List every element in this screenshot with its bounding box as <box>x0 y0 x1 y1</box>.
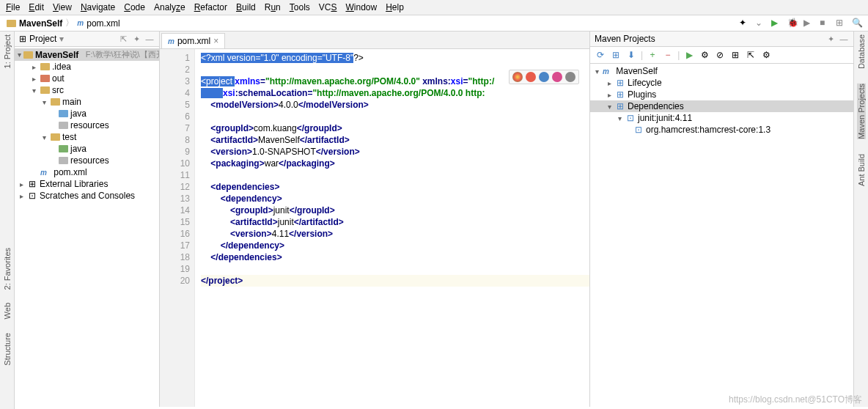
project-view-icon: ⊞ <box>19 34 26 44</box>
execute-icon[interactable]: ⚙ <box>699 49 710 61</box>
run-toolbar: ✦ ⌄ ▶ 🐞 ▶ ■ ⊞ 🔍 <box>739 18 864 29</box>
settings-icon[interactable]: ✦ <box>825 34 836 44</box>
tree-main-res[interactable]: resources <box>15 119 159 131</box>
tree-idea[interactable]: ▸.idea <box>15 61 159 73</box>
chrome-icon[interactable] <box>512 72 523 82</box>
code-editor[interactable]: 1234567891011121314151617181920 <?xml ve… <box>160 49 589 407</box>
maven-toolbar: ⟳ ⊞ ⬇ | + − | ▶ ⚙ ⊘ ⊞ ⇱ ⚙ <box>590 47 853 64</box>
download-icon[interactable]: ⬇ <box>625 49 637 61</box>
tree-root-label: MavenSelf <box>35 50 78 60</box>
tree-external-libs[interactable]: ▸⊞External Libraries <box>15 178 159 190</box>
menu-window[interactable]: Window <box>345 2 377 12</box>
maven-settings-icon[interactable]: ⚙ <box>760 49 772 61</box>
compass-icon[interactable]: ✦ <box>739 18 751 29</box>
settings-icon[interactable]: ✦ <box>131 34 141 44</box>
browser-preview-bar <box>509 70 579 84</box>
left-tab-structure[interactable]: Structure <box>3 333 12 366</box>
layout-icon[interactable]: ⊞ <box>836 18 847 29</box>
tree-label: Scratches and Consoles <box>40 191 135 201</box>
tree-label: java <box>70 144 87 154</box>
crumb-separator: 〉 <box>65 17 74 29</box>
menu-navigate[interactable]: Navigate <box>81 2 115 12</box>
menu-vcs[interactable]: VCS <box>319 2 337 12</box>
toggle-offline-icon[interactable]: ⊘ <box>714 49 726 61</box>
project-panel-title[interactable]: Project <box>29 34 56 44</box>
tree-label: .idea <box>52 62 71 72</box>
hide-icon[interactable]: — <box>144 34 155 44</box>
maven-root[interactable]: ▾m MavenSelf <box>590 65 853 77</box>
collapse-all-icon[interactable]: ⇱ <box>745 49 757 61</box>
editor-tabs: m pom.xml × <box>160 32 589 49</box>
search-icon[interactable]: 🔍 <box>852 18 864 29</box>
tree-label: pom.xml <box>54 167 87 177</box>
menu-code[interactable]: Code <box>124 2 145 12</box>
browser-icon[interactable] <box>539 72 549 82</box>
tree-out[interactable]: ▸out <box>15 73 159 84</box>
menu-help[interactable]: Help <box>386 2 404 12</box>
left-bottom-strip: 2: Favorites Web Structure <box>0 248 15 409</box>
project-view-dropdown[interactable]: ▾ <box>59 34 64 44</box>
crumb-project[interactable]: MavenSelf <box>19 18 62 29</box>
run-icon[interactable]: ▶ <box>771 18 783 29</box>
dropdown-icon[interactable]: ⌄ <box>755 18 767 29</box>
maven-lifecycle[interactable]: ▸⊞Lifecycle <box>590 77 853 89</box>
maven-tree[interactable]: ▾m MavenSelf ▸⊞Lifecycle ▸⊞Plugins ▾⊞Dep… <box>590 64 853 407</box>
line-gutter: 1234567891011121314151617181920 <box>160 49 195 407</box>
menu-edit[interactable]: Edit <box>29 2 44 12</box>
menu-file[interactable]: File <box>6 2 20 12</box>
close-icon[interactable]: × <box>213 36 218 46</box>
tree-src[interactable]: ▾src <box>15 84 159 96</box>
crumb-file[interactable]: pom.xml <box>87 18 119 29</box>
tree-root[interactable]: ▾MavenSelf F:\教学\狂神说\【西开Java】1932JN代码 <box>15 48 159 61</box>
left-tab-web[interactable]: Web <box>3 303 12 319</box>
maven-file-icon: m <box>168 37 174 45</box>
left-tab-project[interactable]: 1: Project <box>3 34 12 68</box>
menu-analyze[interactable]: Analyze <box>154 2 185 12</box>
coverage-icon[interactable]: ▶ <box>803 18 815 29</box>
right-tool-strip: Database Maven Projects Ant Build <box>853 32 868 407</box>
show-deps-icon[interactable]: ⊞ <box>729 49 741 61</box>
remove-icon[interactable]: − <box>662 49 674 61</box>
right-tab-maven[interactable]: Maven Projects <box>857 84 866 139</box>
menu-view[interactable]: View <box>53 2 72 12</box>
menu-build[interactable]: Build <box>236 2 256 12</box>
tree-test[interactable]: ▾test <box>15 131 159 143</box>
maven-dep-hamcrest[interactable]: ⊡org.hamcrest:hamcrest-core:1.3 <box>590 124 853 136</box>
maven-plugins[interactable]: ▸⊞Plugins <box>590 89 853 100</box>
tree-main-java[interactable]: java <box>15 108 159 119</box>
maven-dep-junit[interactable]: ▾⊡junit:junit:4.11 <box>590 112 853 124</box>
browser-icon[interactable] <box>565 72 575 82</box>
main-menu-bar: File Edit View Navigate Code Analyze Ref… <box>0 0 868 15</box>
editor-tab-pom[interactable]: m pom.xml × <box>161 33 225 48</box>
project-tree[interactable]: ▾MavenSelf F:\教学\狂神说\【西开Java】1932JN代码 ▸.… <box>15 47 159 407</box>
run-icon[interactable]: ▶ <box>683 49 695 61</box>
tree-pom[interactable]: m pom.xml <box>15 166 159 178</box>
stop-icon[interactable]: ■ <box>820 18 831 29</box>
left-tab-favorites[interactable]: 2: Favorites <box>3 248 12 290</box>
browser-icon[interactable] <box>526 72 536 82</box>
menu-run[interactable]: Run <box>265 2 281 12</box>
maven-file-icon: m <box>77 19 84 27</box>
tree-label: External Libraries <box>40 179 108 189</box>
tree-test-java[interactable]: java <box>15 143 159 155</box>
debug-icon[interactable]: 🐞 <box>787 18 799 29</box>
generate-sources-icon[interactable]: ⊞ <box>610 49 622 61</box>
collapse-icon[interactable]: ⇱ <box>118 34 128 44</box>
maven-label: org.hamcrest:hamcrest-core:1.3 <box>646 125 770 135</box>
code-content[interactable]: <?xml version="1.0" encoding="UTF-8"?> <… <box>195 49 589 407</box>
maven-dependencies[interactable]: ▾⊞Dependencies <box>590 100 853 112</box>
breadcrumb-bar: MavenSelf 〉 m pom.xml ✦ ⌄ ▶ 🐞 ▶ ■ ⊞ 🔍 <box>0 15 868 32</box>
add-icon[interactable]: + <box>647 49 658 61</box>
right-tab-database[interactable]: Database <box>857 34 866 69</box>
tree-scratches[interactable]: ▸⊡Scratches and Consoles <box>15 190 159 202</box>
tree-label: java <box>70 108 87 119</box>
tree-test-res[interactable]: resources <box>15 155 159 166</box>
tree-main[interactable]: ▾main <box>15 96 159 108</box>
hide-icon[interactable]: — <box>839 34 849 44</box>
tree-label: src <box>52 85 64 95</box>
menu-tools[interactable]: Tools <box>290 2 310 12</box>
reimport-icon[interactable]: ⟳ <box>595 49 606 61</box>
opera-icon[interactable] <box>552 72 562 82</box>
right-tab-ant[interactable]: Ant Build <box>857 154 866 186</box>
menu-refactor[interactable]: Refactor <box>194 2 227 12</box>
